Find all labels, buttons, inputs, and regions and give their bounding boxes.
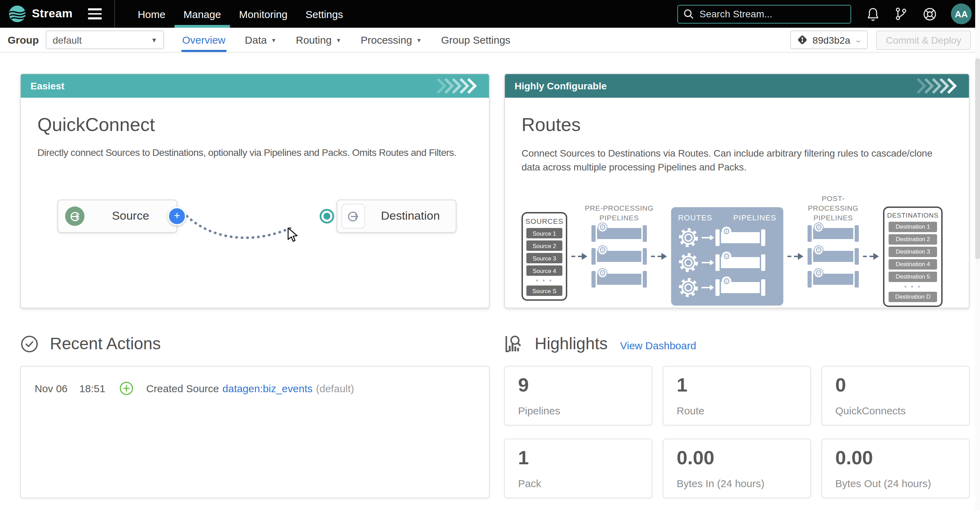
highlights-title: Highlights bbox=[535, 334, 608, 354]
dashed-arrow-icon bbox=[702, 260, 714, 266]
routes-description: Connect Sources to Destinations via Rout… bbox=[522, 147, 952, 175]
commit-deploy-button[interactable]: Commit & Deploy bbox=[876, 30, 971, 49]
destination-chip: Destination 4 bbox=[889, 259, 937, 269]
highlight-card-route[interactable]: 1 Route bbox=[663, 366, 811, 426]
nav-item-monitoring[interactable]: Monitoring bbox=[230, 0, 296, 28]
main-content: Easiest QuickConnect Directly connect S bbox=[0, 53, 980, 498]
dashed-arrow-icon bbox=[702, 235, 714, 241]
tab-data[interactable]: Data ▼ bbox=[244, 28, 277, 52]
destination-button-label: Destination bbox=[365, 209, 456, 223]
source-chip: Source S bbox=[527, 286, 562, 296]
tab-processing[interactable]: Processing ▼ bbox=[360, 28, 423, 52]
source-chip: Source 2 bbox=[527, 241, 562, 251]
chevrons-right-icon bbox=[436, 77, 479, 95]
destination-connector-dot[interactable] bbox=[321, 210, 332, 222]
source-button[interactable]: Source + bbox=[57, 199, 177, 233]
commit-version-select[interactable]: 89d3b2a ⌄ bbox=[790, 30, 868, 49]
highlight-card-bytes-out[interactable]: 0.00 Bytes Out (24 hours) bbox=[821, 438, 970, 498]
routes-badge: Highly Configurable bbox=[515, 80, 607, 91]
pipeline-pipe: ⚙ bbox=[592, 226, 647, 242]
quickconnect-title: QuickConnect bbox=[37, 114, 473, 136]
highlight-card-quickconnects[interactable]: 0 QuickConnects bbox=[821, 366, 970, 426]
pipeline-pipe: ⚙ bbox=[808, 271, 859, 288]
tab-routing[interactable]: Routing ▼ bbox=[295, 28, 342, 52]
search-input[interactable] bbox=[700, 8, 845, 19]
action-suffix: (default) bbox=[316, 382, 354, 394]
quickconnect-card[interactable]: Easiest QuickConnect Directly connect S bbox=[20, 73, 490, 308]
route-row: ⚙ bbox=[677, 251, 778, 275]
routes-card-body: Routes Connect Sources to Destinations v… bbox=[505, 98, 969, 308]
recent-action-row: Nov 06 18:51 Created Source datagen:biz_… bbox=[35, 381, 475, 396]
routes-diagram: SOURCES Source 1 Source 2 Source 3 Sourc… bbox=[522, 207, 952, 307]
nav-divider bbox=[114, 0, 115, 28]
recent-actions-section: Recent Actions Nov 06 18:51 Created Sour… bbox=[20, 331, 490, 498]
destination-button[interactable]: Destination bbox=[337, 199, 457, 233]
scrollbar-thumb[interactable] bbox=[975, 58, 980, 259]
tab-overview[interactable]: Overview bbox=[181, 28, 226, 52]
commit-id: 89d3b2a bbox=[812, 34, 850, 45]
pipelines-panel-label: PIPELINES bbox=[733, 214, 776, 222]
route-row: ⚙ bbox=[677, 276, 778, 300]
highlight-card-pack[interactable]: 1 Pack bbox=[504, 438, 652, 498]
check-circle-icon bbox=[20, 334, 39, 353]
stream-logo-icon bbox=[8, 5, 26, 23]
routes-title: Routes bbox=[522, 114, 952, 136]
source-chip: Source 3 bbox=[527, 253, 562, 264]
view-dashboard-link[interactable]: View Dashboard bbox=[620, 339, 697, 351]
help-lifebuoy-icon[interactable] bbox=[923, 6, 937, 21]
top-nav: Stream Home Manage Monitoring Settings bbox=[0, 0, 980, 28]
chevrons-right-icon bbox=[916, 77, 959, 95]
group-bar-right: 89d3b2a ⌄ Commit & Deploy bbox=[790, 28, 980, 52]
routes-card[interactable]: Highly Configurable Routes Connect Sour bbox=[504, 73, 970, 308]
destination-chip: Destination 1 bbox=[889, 222, 937, 232]
post-processing-pipelines: POST- PROCESSING PIPELINES ⚙ ⚙ ⚙ bbox=[808, 226, 859, 288]
destination-chip: Destination D bbox=[889, 292, 937, 302]
nav-item-manage[interactable]: Manage bbox=[175, 0, 230, 28]
tab-group-settings[interactable]: Group Settings bbox=[441, 28, 511, 52]
group-select-value: default bbox=[52, 34, 151, 45]
group-tabs: Overview Data ▼ Routing ▼ Processing ▼ G… bbox=[181, 28, 529, 52]
pre-processing-pipelines: PRE-PROCESSING PIPELINES ⚙ ⚙ ⚙ bbox=[592, 226, 647, 288]
mouse-cursor bbox=[288, 227, 299, 245]
dashed-arrow-icon bbox=[651, 253, 667, 260]
pipeline-pipe: ⚙ bbox=[808, 249, 859, 265]
highlight-card-bytes-in[interactable]: 0.00 Bytes In (24 hours) bbox=[663, 438, 811, 498]
pipeline-pipe: ⚙ bbox=[716, 280, 765, 296]
nav-links: Home Manage Monitoring Settings bbox=[129, 0, 352, 28]
diagram-sources-box: SOURCES Source 1 Source 2 Source 3 Sourc… bbox=[522, 212, 567, 301]
route-row: ⚙ bbox=[677, 226, 778, 250]
brand[interactable]: Stream bbox=[0, 0, 73, 28]
source-arrow-icon bbox=[65, 207, 84, 226]
pipeline-pipe: ⚙ bbox=[592, 249, 647, 265]
quickconnect-card-body: QuickConnect Directly connect Sources to… bbox=[21, 98, 489, 308]
group-bar: Group default ▼ Overview Data ▼ Routing … bbox=[0, 28, 980, 53]
scrollbar-track bbox=[975, 0, 980, 510]
pre-processing-label: PRE-PROCESSING PIPELINES bbox=[578, 203, 661, 223]
app-root: Stream Home Manage Monitoring Settings bbox=[0, 0, 980, 510]
quickconnect-flow: Source + bbox=[37, 197, 473, 294]
action-text: Created Source bbox=[146, 382, 219, 394]
action-source-link[interactable]: datagen:biz_events bbox=[222, 382, 312, 394]
git-commit-icon bbox=[797, 35, 808, 45]
git-branch-icon[interactable] bbox=[895, 7, 907, 21]
gear-icon bbox=[677, 226, 700, 250]
routes-pipelines-panel: ROUTES PIPELINES ⚙ bbox=[671, 207, 783, 306]
caret-down-icon: ▼ bbox=[416, 37, 422, 44]
nav-item-settings[interactable]: Settings bbox=[296, 0, 352, 28]
group-select[interactable]: default ▼ bbox=[46, 30, 164, 49]
pipeline-pipe: ⚙ bbox=[716, 255, 765, 271]
highlight-card-pipelines[interactable]: 9 Pipelines bbox=[504, 366, 652, 426]
recent-actions-title: Recent Actions bbox=[50, 334, 161, 354]
hamburger-menu-icon[interactable] bbox=[88, 0, 102, 28]
destination-chip: Destination 2 bbox=[889, 234, 937, 245]
notifications-bell-icon[interactable] bbox=[866, 6, 880, 21]
search-box[interactable] bbox=[677, 5, 851, 23]
user-avatar[interactable]: AA bbox=[951, 3, 972, 24]
dashed-arrow-icon bbox=[788, 253, 803, 260]
source-button-label: Source bbox=[84, 209, 177, 223]
add-connection-plus-button[interactable]: + bbox=[168, 207, 186, 226]
search-icon bbox=[684, 9, 694, 19]
pipeline-pipe: ⚙ bbox=[808, 226, 859, 242]
nav-item-home[interactable]: Home bbox=[129, 0, 175, 28]
destination-chip: Destination 5 bbox=[889, 272, 937, 282]
